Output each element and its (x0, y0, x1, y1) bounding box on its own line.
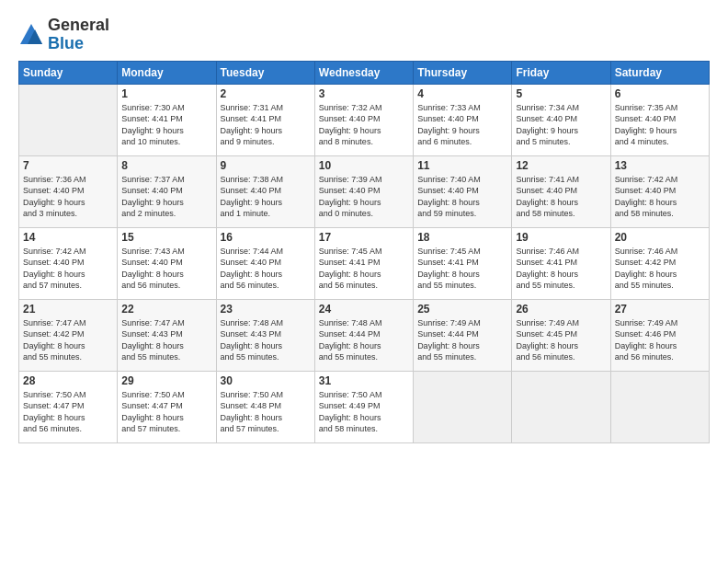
calendar-cell: 12Sunrise: 7:41 AM Sunset: 4:40 PM Dayli… (512, 155, 610, 227)
calendar-cell: 6Sunrise: 7:35 AM Sunset: 4:40 PM Daylig… (610, 84, 709, 155)
day-info: Sunrise: 7:43 AM Sunset: 4:40 PM Dayligh… (121, 246, 211, 292)
calendar-cell: 1Sunrise: 7:30 AM Sunset: 4:41 PM Daylig… (118, 84, 216, 155)
calendar-cell (19, 84, 118, 155)
day-info: Sunrise: 7:44 AM Sunset: 4:40 PM Dayligh… (221, 246, 311, 292)
calendar-cell: 31Sunrise: 7:50 AM Sunset: 4:49 PM Dayli… (314, 371, 413, 442)
day-info: Sunrise: 7:49 AM Sunset: 4:46 PM Dayligh… (615, 317, 705, 363)
day-number: 5 (516, 87, 606, 100)
day-info: Sunrise: 7:33 AM Sunset: 4:40 PM Dayligh… (417, 102, 507, 148)
day-info: Sunrise: 7:48 AM Sunset: 4:43 PM Dayligh… (221, 317, 311, 363)
day-number: 17 (319, 231, 409, 244)
day-info: Sunrise: 7:40 AM Sunset: 4:40 PM Dayligh… (417, 174, 507, 220)
page: General Blue SundayMondayTuesdayWednesda… (0, 0, 728, 563)
day-number: 13 (615, 159, 705, 172)
col-header-thursday: Thursday (414, 61, 512, 84)
calendar-cell: 30Sunrise: 7:50 AM Sunset: 4:48 PM Dayli… (216, 371, 314, 442)
day-number: 30 (221, 374, 311, 387)
day-number: 8 (121, 159, 211, 172)
col-header-monday: Monday (118, 61, 216, 84)
col-header-friday: Friday (512, 61, 610, 84)
day-info: Sunrise: 7:35 AM Sunset: 4:40 PM Dayligh… (615, 102, 705, 148)
calendar-cell: 2Sunrise: 7:31 AM Sunset: 4:41 PM Daylig… (216, 84, 314, 155)
calendar-cell: 28Sunrise: 7:50 AM Sunset: 4:47 PM Dayli… (19, 371, 118, 442)
calendar-cell: 21Sunrise: 7:47 AM Sunset: 4:42 PM Dayli… (19, 299, 118, 371)
day-number: 14 (23, 231, 113, 244)
calendar-cell: 27Sunrise: 7:49 AM Sunset: 4:46 PM Dayli… (610, 299, 709, 371)
calendar-cell: 22Sunrise: 7:47 AM Sunset: 4:43 PM Dayli… (118, 299, 216, 371)
day-number: 12 (516, 159, 606, 172)
day-info: Sunrise: 7:41 AM Sunset: 4:40 PM Dayligh… (516, 174, 606, 220)
calendar-cell: 9Sunrise: 7:38 AM Sunset: 4:40 PM Daylig… (216, 155, 314, 227)
week-row-2: 7Sunrise: 7:36 AM Sunset: 4:40 PM Daylig… (19, 155, 710, 227)
day-info: Sunrise: 7:45 AM Sunset: 4:41 PM Dayligh… (417, 246, 507, 292)
day-info: Sunrise: 7:48 AM Sunset: 4:44 PM Dayligh… (319, 317, 409, 363)
day-number: 4 (417, 87, 507, 100)
day-number: 23 (221, 303, 311, 316)
calendar-cell: 8Sunrise: 7:37 AM Sunset: 4:40 PM Daylig… (118, 155, 216, 227)
col-header-tuesday: Tuesday (216, 61, 314, 84)
calendar-cell: 10Sunrise: 7:39 AM Sunset: 4:40 PM Dayli… (314, 155, 413, 227)
day-number: 10 (319, 159, 409, 172)
logo-icon (18, 22, 44, 48)
day-number: 31 (319, 374, 409, 387)
calendar-table: SundayMondayTuesdayWednesdayThursdayFrid… (18, 61, 710, 443)
calendar-cell (512, 371, 610, 442)
calendar-cell: 17Sunrise: 7:45 AM Sunset: 4:41 PM Dayli… (314, 227, 413, 299)
day-info: Sunrise: 7:50 AM Sunset: 4:47 PM Dayligh… (23, 389, 113, 435)
col-header-wednesday: Wednesday (314, 61, 413, 84)
day-info: Sunrise: 7:30 AM Sunset: 4:41 PM Dayligh… (121, 102, 211, 148)
day-number: 28 (23, 374, 113, 387)
calendar-cell: 11Sunrise: 7:40 AM Sunset: 4:40 PM Dayli… (414, 155, 512, 227)
calendar-cell: 18Sunrise: 7:45 AM Sunset: 4:41 PM Dayli… (414, 227, 512, 299)
day-info: Sunrise: 7:31 AM Sunset: 4:41 PM Dayligh… (221, 102, 311, 148)
day-number: 3 (319, 87, 409, 100)
day-info: Sunrise: 7:50 AM Sunset: 4:47 PM Dayligh… (121, 389, 211, 435)
day-info: Sunrise: 7:42 AM Sunset: 4:40 PM Dayligh… (615, 174, 705, 220)
day-info: Sunrise: 7:46 AM Sunset: 4:42 PM Dayligh… (615, 246, 705, 292)
calendar-cell: 14Sunrise: 7:42 AM Sunset: 4:40 PM Dayli… (19, 227, 118, 299)
calendar-cell: 4Sunrise: 7:33 AM Sunset: 4:40 PM Daylig… (414, 84, 512, 155)
day-number: 11 (417, 159, 507, 172)
day-number: 24 (319, 303, 409, 316)
day-number: 6 (615, 87, 705, 100)
day-number: 2 (221, 87, 311, 100)
calendar-cell: 26Sunrise: 7:49 AM Sunset: 4:45 PM Dayli… (512, 299, 610, 371)
day-number: 22 (121, 303, 211, 316)
week-row-1: 1Sunrise: 7:30 AM Sunset: 4:41 PM Daylig… (19, 84, 710, 155)
day-number: 27 (615, 303, 705, 316)
day-info: Sunrise: 7:46 AM Sunset: 4:41 PM Dayligh… (516, 246, 606, 292)
week-row-5: 28Sunrise: 7:50 AM Sunset: 4:47 PM Dayli… (19, 371, 710, 442)
day-info: Sunrise: 7:37 AM Sunset: 4:40 PM Dayligh… (121, 174, 211, 220)
calendar-cell: 19Sunrise: 7:46 AM Sunset: 4:41 PM Dayli… (512, 227, 610, 299)
header-row: SundayMondayTuesdayWednesdayThursdayFrid… (19, 61, 710, 84)
day-info: Sunrise: 7:47 AM Sunset: 4:42 PM Dayligh… (23, 317, 113, 363)
logo: General Blue (18, 17, 109, 53)
day-number: 25 (417, 303, 507, 316)
header: General Blue (18, 17, 710, 53)
day-number: 7 (23, 159, 113, 172)
day-info: Sunrise: 7:47 AM Sunset: 4:43 PM Dayligh… (121, 317, 211, 363)
day-info: Sunrise: 7:49 AM Sunset: 4:45 PM Dayligh… (516, 317, 606, 363)
day-info: Sunrise: 7:36 AM Sunset: 4:40 PM Dayligh… (23, 174, 113, 220)
calendar-cell: 29Sunrise: 7:50 AM Sunset: 4:47 PM Dayli… (118, 371, 216, 442)
day-number: 21 (23, 303, 113, 316)
day-info: Sunrise: 7:39 AM Sunset: 4:40 PM Dayligh… (319, 174, 409, 220)
day-number: 1 (121, 87, 211, 100)
calendar-cell: 24Sunrise: 7:48 AM Sunset: 4:44 PM Dayli… (314, 299, 413, 371)
calendar-cell: 23Sunrise: 7:48 AM Sunset: 4:43 PM Dayli… (216, 299, 314, 371)
day-number: 16 (221, 231, 311, 244)
calendar-cell: 20Sunrise: 7:46 AM Sunset: 4:42 PM Dayli… (610, 227, 709, 299)
calendar-cell: 3Sunrise: 7:32 AM Sunset: 4:40 PM Daylig… (314, 84, 413, 155)
col-header-sunday: Sunday (19, 61, 118, 84)
day-info: Sunrise: 7:32 AM Sunset: 4:40 PM Dayligh… (319, 102, 409, 148)
day-info: Sunrise: 7:49 AM Sunset: 4:44 PM Dayligh… (417, 317, 507, 363)
calendar-cell: 5Sunrise: 7:34 AM Sunset: 4:40 PM Daylig… (512, 84, 610, 155)
calendar-cell: 16Sunrise: 7:44 AM Sunset: 4:40 PM Dayli… (216, 227, 314, 299)
logo-text-blue: Blue (48, 35, 109, 53)
day-info: Sunrise: 7:50 AM Sunset: 4:49 PM Dayligh… (319, 389, 409, 435)
day-number: 29 (121, 374, 211, 387)
day-number: 18 (417, 231, 507, 244)
day-number: 15 (121, 231, 211, 244)
week-row-3: 14Sunrise: 7:42 AM Sunset: 4:40 PM Dayli… (19, 227, 710, 299)
day-info: Sunrise: 7:50 AM Sunset: 4:48 PM Dayligh… (221, 389, 311, 435)
